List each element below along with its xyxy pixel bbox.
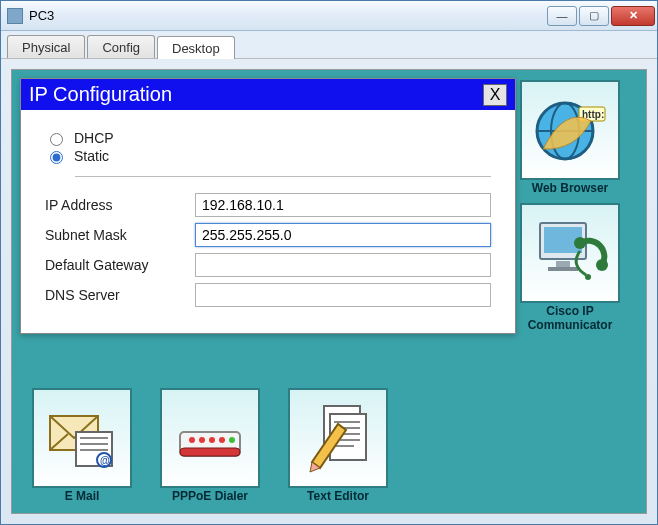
globe-icon: http: <box>520 80 620 180</box>
svg-point-24 <box>219 437 225 443</box>
minimize-button[interactable]: — <box>547 6 577 26</box>
svg-rect-20 <box>180 448 240 456</box>
label-default-gateway: Default Gateway <box>45 257 195 273</box>
headset-monitor-icon <box>520 203 620 303</box>
radio-dhcp-input[interactable] <box>50 133 63 146</box>
text-editor-icon <box>288 388 388 488</box>
input-dns-server[interactable] <box>195 283 491 307</box>
svg-point-11 <box>585 274 591 280</box>
row-dns-server: DNS Server <box>45 283 491 307</box>
svg-point-10 <box>596 259 608 271</box>
titlebar: PC3 — ▢ ✕ <box>1 1 657 31</box>
window-controls: — ▢ ✕ <box>547 6 655 26</box>
row-default-gateway: Default Gateway <box>45 253 491 277</box>
dialog-close-button[interactable]: X <box>483 84 507 106</box>
icon-label: Text Editor <box>282 489 394 503</box>
desktop-icon-web-browser[interactable]: http: Web Browser <box>514 80 626 195</box>
maximize-button[interactable]: ▢ <box>579 6 609 26</box>
radio-dhcp-label: DHCP <box>74 130 114 146</box>
svg-point-23 <box>209 437 215 443</box>
tab-config[interactable]: Config <box>87 35 155 58</box>
desktop-icon-email[interactable]: @ E Mail <box>26 388 138 503</box>
close-button[interactable]: ✕ <box>611 6 655 26</box>
input-subnet-mask[interactable] <box>195 223 491 247</box>
svg-point-25 <box>229 437 235 443</box>
envelope-icon: @ <box>32 388 132 488</box>
svg-point-9 <box>574 237 586 249</box>
icon-label: PPPoE Dialer <box>154 489 266 503</box>
modem-icon <box>160 388 260 488</box>
radio-static-label: Static <box>74 148 109 164</box>
desktop-icon-ip-communicator[interactable]: Cisco IP Communicator <box>514 203 626 332</box>
tab-physical[interactable]: Physical <box>7 35 85 58</box>
svg-rect-7 <box>556 261 570 267</box>
input-ip-address[interactable] <box>195 193 491 217</box>
divider <box>75 176 491 177</box>
app-window: PC3 — ▢ ✕ Physical Config Desktop <box>0 0 658 525</box>
dialog-title: IP Configuration <box>29 83 172 106</box>
window-title: PC3 <box>29 8 547 23</box>
app-icon <box>7 8 23 24</box>
dialog-titlebar: IP Configuration X <box>21 79 515 110</box>
desktop-icon-pppoe[interactable]: PPPoE Dialer <box>154 388 266 503</box>
right-icon-column: http: Web Browser <box>514 80 634 332</box>
icon-label: E Mail <box>26 489 138 503</box>
bottom-icon-row: @ E Mail <box>26 388 394 503</box>
label-subnet-mask: Subnet Mask <box>45 227 195 243</box>
label-dns-server: DNS Server <box>45 287 195 303</box>
ip-configuration-dialog: IP Configuration X DHCP Static IP Addres… <box>20 78 516 334</box>
tab-desktop[interactable]: Desktop <box>157 36 235 59</box>
desktop-panel: http: Web Browser <box>11 69 647 514</box>
icon-label: Cisco IP Communicator <box>514 304 626 332</box>
dialog-body: DHCP Static IP Address Subnet Mask <box>21 110 515 333</box>
svg-rect-8 <box>548 267 578 271</box>
radio-static[interactable]: Static <box>45 148 491 164</box>
client-area: http: Web Browser <box>1 59 657 524</box>
input-default-gateway[interactable] <box>195 253 491 277</box>
radio-static-input[interactable] <box>50 151 63 164</box>
svg-text:@: @ <box>100 455 110 466</box>
row-ip-address: IP Address <box>45 193 491 217</box>
tab-bar: Physical Config Desktop <box>1 31 657 59</box>
desktop-icon-text-editor[interactable]: Text Editor <box>282 388 394 503</box>
radio-dhcp[interactable]: DHCP <box>45 130 491 146</box>
label-ip-address: IP Address <box>45 197 195 213</box>
svg-point-21 <box>189 437 195 443</box>
icon-label: Web Browser <box>514 181 626 195</box>
svg-point-22 <box>199 437 205 443</box>
row-subnet-mask: Subnet Mask <box>45 223 491 247</box>
